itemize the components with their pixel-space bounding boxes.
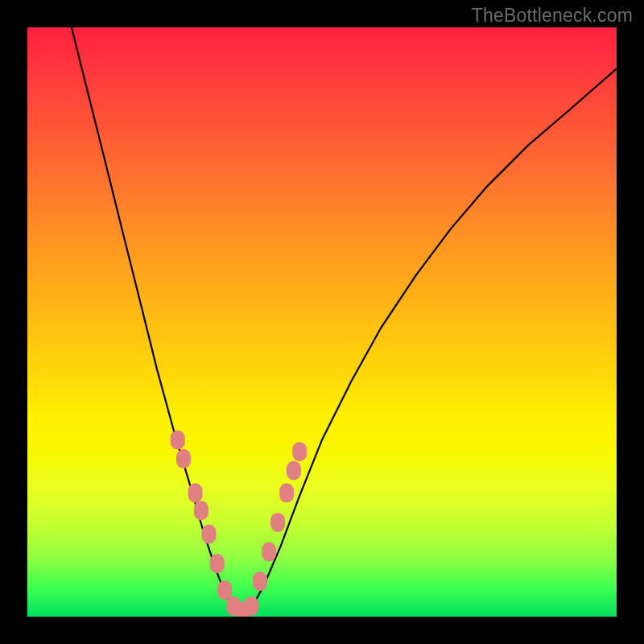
curve-svg — [27, 27, 617, 617]
bottleneck-curve — [72, 27, 617, 613]
chart-frame: TheBottleneck.com — [0, 0, 644, 644]
highlight-dot — [253, 572, 267, 591]
highlight-dot — [262, 543, 276, 562]
highlight-dot — [279, 483, 294, 502]
highlight-dot — [287, 461, 301, 481]
highlight-dot — [171, 430, 185, 449]
plot-area — [27, 27, 617, 617]
highlight-dot — [188, 483, 203, 502]
highlight-dots — [171, 430, 308, 617]
highlight-dot — [217, 580, 232, 600]
highlight-dot — [210, 554, 225, 573]
watermark-text: TheBottleneck.com — [472, 5, 633, 27]
highlight-dot — [270, 513, 285, 532]
highlight-dot — [244, 597, 258, 616]
highlight-dot — [292, 442, 307, 461]
highlight-dot — [202, 525, 217, 544]
highlight-dot — [194, 501, 208, 520]
highlight-dot — [176, 449, 191, 469]
